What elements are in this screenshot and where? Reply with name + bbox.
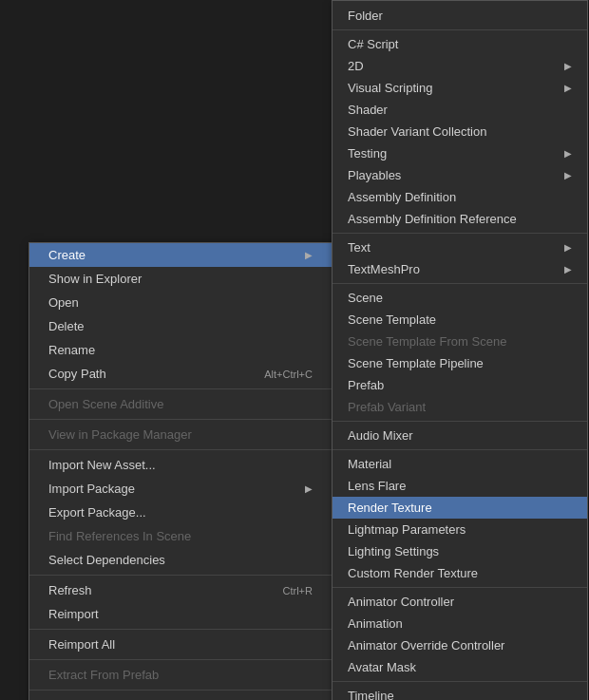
right-menu-item-animation[interactable]: Animation xyxy=(332,613,587,634)
menu-separator xyxy=(332,587,587,588)
menu-item-label: Render Texture xyxy=(348,501,432,515)
menu-item-label: Text xyxy=(348,240,370,255)
menu-separator xyxy=(332,283,587,284)
right-menu-item-assembly-definition-reference[interactable]: Assembly Definition Reference xyxy=(332,208,587,230)
right-menu-item-audio-mixer[interactable]: Audio Mixer xyxy=(332,425,587,446)
right-menu-item-lightmap-parameters[interactable]: Lightmap Parameters xyxy=(332,519,587,540)
right-context-menu: FolderC# Script2D▶Visual Scripting▶Shade… xyxy=(332,0,588,700)
menu-item-label: Open Scene Additive xyxy=(48,397,163,411)
menu-item-label: Import Package xyxy=(48,482,135,496)
submenu-arrow-icon: ▶ xyxy=(564,83,572,93)
menu-separator xyxy=(29,449,332,450)
right-menu-item-shader-variant-collection[interactable]: Shader Variant Collection xyxy=(332,121,587,142)
menu-shortcut: Ctrl+R xyxy=(283,585,313,596)
right-menu-item-text[interactable]: Text▶ xyxy=(332,236,587,258)
right-menu-item-testing[interactable]: Testing▶ xyxy=(332,142,587,164)
right-menu-item-scene-template-from-scene: Scene Template From Scene xyxy=(332,331,587,352)
right-menu-item-assembly-definition[interactable]: Assembly Definition xyxy=(332,186,587,208)
left-menu-item-select-dependencies[interactable]: Select Dependencies xyxy=(29,548,332,572)
menu-item-label: Animator Controller xyxy=(348,595,454,609)
menu-item-label: Prefab xyxy=(348,378,384,392)
left-menu-item-reimport[interactable]: Reimport xyxy=(29,602,332,626)
right-menu-item-lens-flare[interactable]: Lens Flare xyxy=(332,475,587,497)
right-menu-item-render-texture[interactable]: Render Texture xyxy=(332,497,587,519)
menu-item-label: Assembly Definition Reference xyxy=(348,212,517,226)
menu-item-label: Prefab Variant xyxy=(348,400,426,414)
menu-item-label: Delete xyxy=(48,319,85,333)
right-menu-item-animator-override-controller[interactable]: Animator Override Controller xyxy=(332,634,587,656)
menu-separator xyxy=(29,575,332,576)
menu-item-label: C# Script xyxy=(348,37,398,51)
menu-item-label: Animation xyxy=(348,616,403,631)
menu-item-label: Timeline xyxy=(348,689,394,700)
left-menu-item-delete[interactable]: Delete xyxy=(29,314,332,338)
menu-item-label: Lighting Settings xyxy=(348,544,439,558)
left-menu-item-import-package[interactable]: Import Package▶ xyxy=(29,477,332,501)
menu-item-label: Custom Render Texture xyxy=(348,566,478,580)
submenu-arrow-icon: ▶ xyxy=(305,483,313,494)
menu-item-label: Lightmap Parameters xyxy=(348,522,466,537)
right-menu-item-material[interactable]: Material xyxy=(332,453,587,475)
menu-separator xyxy=(29,690,332,691)
right-menu-item-prefab-variant: Prefab Variant xyxy=(332,396,587,418)
menu-separator xyxy=(332,233,587,234)
menu-item-label: Scene Template xyxy=(348,312,436,327)
right-menu-item-2d[interactable]: 2D▶ xyxy=(332,55,587,77)
menu-item-label: Import New Asset... xyxy=(48,458,156,472)
right-menu-item-textmeshpro[interactable]: TextMeshPro▶ xyxy=(332,258,587,280)
menu-item-label: Animator Override Controller xyxy=(348,638,504,653)
left-menu-item-rename[interactable]: Rename xyxy=(29,338,332,362)
menu-item-label: Scene Template Pipeline xyxy=(348,356,484,370)
menu-item-label: Open xyxy=(48,295,79,310)
left-menu-item-refresh[interactable]: RefreshCtrl+R xyxy=(29,578,332,602)
left-menu-item-create[interactable]: Create▶ xyxy=(29,243,332,267)
menu-item-label: Rename xyxy=(48,343,95,357)
left-menu-item-import-new-asset[interactable]: Import New Asset... xyxy=(29,453,332,477)
right-menu-item-playables[interactable]: Playables▶ xyxy=(332,164,587,186)
right-menu-item-shader[interactable]: Shader xyxy=(332,99,587,121)
submenu-arrow-icon: ▶ xyxy=(564,242,572,253)
menu-item-label: Playables xyxy=(348,168,401,182)
menu-separator xyxy=(332,29,587,30)
left-context-menu: Create▶Show in ExplorerOpenDeleteRenameC… xyxy=(28,242,332,700)
right-menu-item-scene[interactable]: Scene xyxy=(332,287,587,309)
right-menu-item-prefab[interactable]: Prefab xyxy=(332,374,587,396)
menu-item-label: Folder xyxy=(348,9,383,23)
menu-separator xyxy=(332,681,587,682)
right-menu-item-folder[interactable]: Folder xyxy=(332,5,587,27)
menu-shortcut: Alt+Ctrl+C xyxy=(264,369,313,380)
menu-item-label: Audio Mixer xyxy=(348,428,413,443)
left-menu-item-view-in-package-manager: View in Package Manager xyxy=(29,423,332,446)
menu-item-label: TextMeshPro xyxy=(348,262,420,276)
menu-separator xyxy=(332,449,587,450)
left-menu-item-export-package[interactable]: Export Package... xyxy=(29,501,332,524)
right-menu-item-c-script[interactable]: C# Script xyxy=(332,33,587,55)
submenu-arrow-icon: ▶ xyxy=(305,250,313,260)
right-menu-item-lighting-settings[interactable]: Lighting Settings xyxy=(332,540,587,562)
left-menu-item-copy-path[interactable]: Copy PathAlt+Ctrl+C xyxy=(29,362,332,386)
right-menu-item-animator-controller[interactable]: Animator Controller xyxy=(332,591,587,613)
right-menu-item-timeline[interactable]: Timeline xyxy=(332,685,587,700)
menu-item-label: Copy Path xyxy=(48,367,106,381)
menu-item-label: Material xyxy=(348,457,391,471)
right-menu-item-avatar-mask[interactable]: Avatar Mask xyxy=(332,656,587,678)
menu-item-label: Shader Variant Collection xyxy=(348,124,486,139)
menu-item-label: Scene xyxy=(348,291,383,305)
menu-item-label: Scene Template From Scene xyxy=(348,334,506,349)
right-menu-item-custom-render-texture[interactable]: Custom Render Texture xyxy=(332,562,587,584)
left-menu-item-show-in-explorer[interactable]: Show in Explorer xyxy=(29,267,332,291)
menu-item-label: Reimport xyxy=(48,607,99,621)
submenu-arrow-icon: ▶ xyxy=(564,148,572,159)
left-menu-item-open[interactable]: Open xyxy=(29,291,332,314)
menu-item-label: Avatar Mask xyxy=(348,660,416,674)
right-menu-item-scene-template-pipeline[interactable]: Scene Template Pipeline xyxy=(332,352,587,374)
menu-separator xyxy=(29,388,332,389)
right-menu-item-scene-template[interactable]: Scene Template xyxy=(332,309,587,331)
menu-item-label: Reimport All xyxy=(48,637,115,652)
menu-item-label: Export Package... xyxy=(48,505,146,520)
menu-item-label: View in Package Manager xyxy=(48,427,192,442)
left-menu-item-open-scene-additive: Open Scene Additive xyxy=(29,392,332,416)
left-menu-item-update-uxml-schema[interactable]: Update UXML Schema xyxy=(29,693,332,700)
right-menu-item-visual-scripting[interactable]: Visual Scripting▶ xyxy=(332,77,587,99)
left-menu-item-reimport-all[interactable]: Reimport All xyxy=(29,633,332,656)
